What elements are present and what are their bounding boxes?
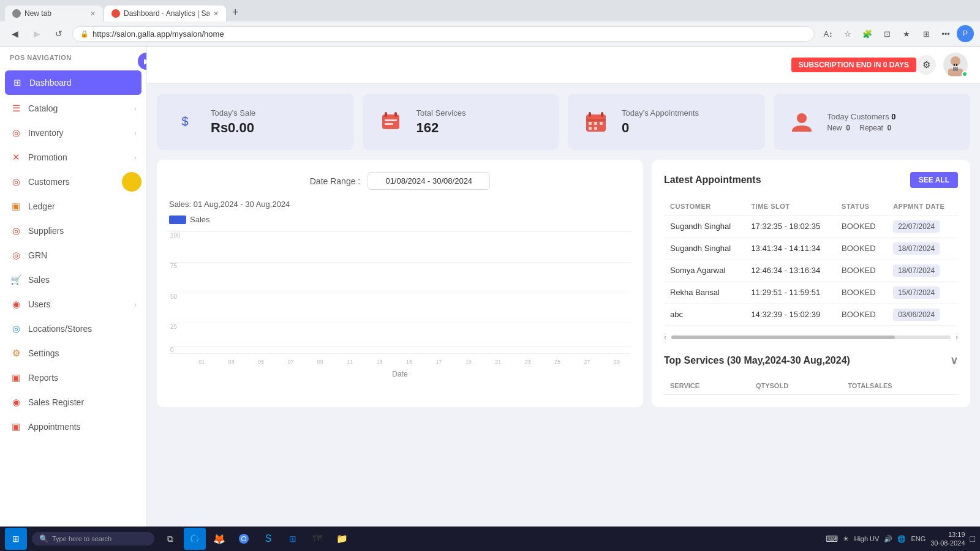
sidebar-label-reports: Reports: [28, 373, 58, 383]
tab-close-1[interactable]: ✕: [90, 10, 96, 18]
translate-button[interactable]: A↕: [820, 25, 837, 42]
date-range-input[interactable]: 01/08/2024 - 30/08/2024: [368, 172, 490, 190]
date-badge: 22/07/2024: [893, 220, 940, 233]
notification-icon[interactable]: □: [970, 534, 975, 544]
back-button[interactable]: ◀: [6, 25, 23, 42]
extensions-button[interactable]: 🧩: [859, 25, 876, 42]
stat-info-services: Total Services 162: [417, 108, 548, 136]
store-app[interactable]: ⊞: [282, 528, 304, 550]
sidebar-item-locations[interactable]: ◎ Locations/Stores: [0, 317, 146, 341]
sidebar-item-catalog[interactable]: ☰ Catalog ›: [0, 96, 146, 121]
chart-x-label: Date: [169, 370, 631, 378]
favorites-button[interactable]: ★: [898, 25, 915, 42]
top-bar-right: ⚙: [916, 53, 968, 77]
ledger-icon: ▣: [10, 200, 22, 212]
svg-rect-8: [385, 112, 387, 117]
stat-card-appointments: Today's Appointments 0: [568, 94, 765, 150]
url-bar[interactable]: 🔒 https://salon.galla.app/mysalon/home: [72, 26, 815, 42]
collapse-icon[interactable]: ∨: [950, 354, 958, 367]
svg-rect-13: [589, 112, 591, 117]
firefox-app[interactable]: 🦊: [208, 528, 230, 550]
taskbar-apps: ⧉ 🦊 S ⊞ 🗺 📁: [159, 528, 826, 550]
profile-split-button[interactable]: ⊡: [878, 25, 895, 42]
sidebar-item-suppliers[interactable]: ◎ Suppliers: [0, 219, 146, 243]
sidebar-item-grn[interactable]: ◎ GRN: [0, 243, 146, 268]
more-tools-button[interactable]: •••: [937, 25, 954, 42]
see-all-button[interactable]: SEE ALL: [910, 172, 958, 188]
tab-close-2[interactable]: ✕: [213, 10, 219, 18]
volume-icon[interactable]: 🔊: [884, 535, 892, 543]
sidebar-item-settings[interactable]: ⚙ Settings: [0, 341, 146, 365]
sidebar-item-appointments[interactable]: ▣ Appointments: [0, 414, 146, 439]
services-label: Total Services: [417, 108, 548, 118]
time-display: 13:19: [930, 530, 965, 539]
sidebar-item-promotion[interactable]: ✕ Promotion ›: [0, 145, 146, 170]
svg-rect-19: [589, 127, 592, 130]
language-label: ENG: [911, 535, 925, 542]
sidebar-item-sales[interactable]: 🛒 Sales: [0, 268, 146, 292]
skype-app[interactable]: S: [257, 528, 279, 550]
table-row: Sugandh Singhal 13:41:34 - 14:11:34 BOOK…: [664, 238, 958, 260]
status-cell: BOOKED: [835, 304, 887, 326]
svg-rect-4: [956, 64, 957, 66]
sidebar-item-customers[interactable]: ◎ Customers: [0, 170, 146, 194]
sidebar-label-suppliers: Suppliers: [28, 226, 64, 236]
keyboard-icon: ⌨: [826, 534, 838, 544]
edge-app[interactable]: [184, 528, 206, 550]
users-arrow: ›: [134, 301, 137, 308]
status-badge: BOOKED: [842, 266, 876, 275]
svg-rect-9: [394, 112, 397, 117]
profile-avatar[interactable]: P: [957, 25, 974, 42]
sidebar-item-ledger[interactable]: ▣ Ledger: [0, 194, 146, 219]
scroll-track[interactable]: [671, 335, 951, 339]
chrome-app[interactable]: [233, 528, 255, 550]
legend-label-sales: Sales: [190, 215, 210, 224]
suppliers-icon: ◎: [10, 225, 22, 237]
sidebar-item-reports[interactable]: ▣ Reports: [0, 365, 146, 390]
files-app[interactable]: 📁: [331, 528, 353, 550]
collections-button[interactable]: ⊞: [918, 25, 935, 42]
settings-button[interactable]: ⚙: [916, 55, 936, 75]
scroll-right-arrow[interactable]: ›: [956, 333, 958, 342]
browser-tab-bar: New tab ✕ Dashboard - Analytics | Salon …: [0, 0, 980, 21]
date-cell: 03/06/2024: [887, 304, 958, 326]
maps-app[interactable]: 🗺: [306, 528, 328, 550]
taskbar-tray: ⌨ ☀ High UV 🔊 🌐 ENG 13:19 30-08-2024 □: [826, 530, 975, 548]
forward-button[interactable]: ▶: [28, 25, 45, 42]
date-range-label: Date Range :: [310, 176, 361, 186]
date-badge: 18/07/2024: [893, 242, 940, 255]
status-cell: BOOKED: [835, 260, 887, 282]
sidebar-item-inventory[interactable]: ◎ Inventory ›: [0, 121, 146, 145]
sidebar-item-users[interactable]: ◉ Users ›: [0, 292, 146, 317]
dashboard-body: Date Range : 01/08/2024 - 30/08/2024 Sal…: [147, 160, 980, 417]
taskbar: ⊞ 🔍 Type here to search ⧉ 🦊 S ⊞ 🗺 📁 ⌨ ☀ …: [0, 527, 980, 551]
start-button[interactable]: ⊞: [5, 528, 27, 550]
top-services-title-text: Top Services (30 May,2024-30 Aug,2024): [664, 355, 850, 366]
refresh-button[interactable]: ↺: [50, 25, 67, 42]
uv-indicator: ☀: [843, 535, 849, 543]
col-timeslot: TIME SLOT: [745, 198, 835, 216]
sidebar-item-sales-register[interactable]: ◉ Sales Register: [0, 390, 146, 414]
svg-rect-10: [385, 119, 397, 121]
grn-icon: ◎: [10, 249, 22, 261]
task-view-button[interactable]: ⧉: [159, 528, 181, 550]
chart-section: Date Range : 01/08/2024 - 30/08/2024 Sal…: [157, 160, 643, 407]
timeslot-cell: 14:32:39 - 15:02:39: [745, 304, 835, 326]
sidebar-item-dashboard[interactable]: ⊞ Dashboard: [5, 70, 141, 95]
taskbar-search[interactable]: 🔍 Type here to search: [32, 532, 154, 545]
bookmark-button[interactable]: ☆: [839, 25, 856, 42]
stat-info-customers: Today Customers 0 New 0 Repeat 0: [827, 112, 959, 132]
tab-favicon-2: [111, 9, 120, 18]
scroll-left-arrow[interactable]: ‹: [664, 333, 666, 342]
lock-icon: 🔒: [80, 30, 89, 38]
new-tab-button[interactable]: +: [227, 4, 247, 21]
date-cell: 18/07/2024: [887, 260, 958, 282]
chart-legend: Sales: [169, 215, 631, 224]
browser-tab-2[interactable]: Dashboard - Analytics | Salon & S ✕: [104, 6, 226, 21]
appointments-table: CUSTOMER TIME SLOT STATUS APPMNT DATE Su…: [664, 198, 958, 326]
network-icon[interactable]: 🌐: [897, 535, 906, 543]
browser-tab-1[interactable]: New tab ✕: [5, 6, 103, 21]
date-cell: 18/07/2024: [887, 238, 958, 260]
sidebar-label-inventory: Inventory: [28, 128, 64, 138]
appointments-scrollbar: ‹ ›: [664, 333, 958, 342]
